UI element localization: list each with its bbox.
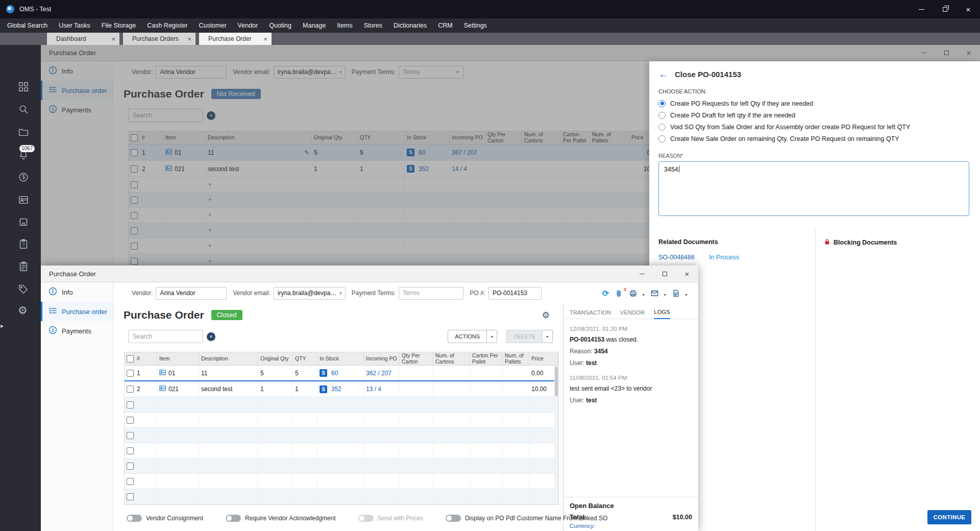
dashboard-icon[interactable]: [18, 81, 30, 93]
in-stock-link[interactable]: 352: [331, 385, 341, 393]
actions-caret[interactable]: ▼: [487, 330, 497, 343]
nav-purchase-order[interactable]: Purchase order: [41, 302, 113, 321]
radio-icon[interactable]: [658, 135, 666, 142]
row-checkbox[interactable]: [127, 447, 134, 454]
delete-button[interactable]: DELETE: [506, 330, 543, 343]
currency-label[interactable]: Currency:: [570, 523, 692, 529]
toggle-icon[interactable]: [446, 515, 461, 522]
menu-user-tasks[interactable]: User Tasks: [53, 22, 96, 29]
menu-settings[interactable]: Settings: [458, 22, 493, 29]
tab-vendor[interactable]: VENDOR: [620, 309, 645, 319]
radio-icon[interactable]: [658, 124, 666, 131]
empty-row[interactable]: [125, 458, 558, 474]
tab-close-icon[interactable]: ×: [260, 35, 267, 43]
col-in-stock[interactable]: In Stock: [317, 352, 364, 365]
sidebar-expand-icon[interactable]: ▸: [1, 322, 4, 329]
empty-row[interactable]: [125, 489, 558, 504]
search-input[interactable]: Search: [128, 330, 203, 343]
toggle-icon[interactable]: [358, 515, 374, 522]
incoming-po-link[interactable]: 362 / 207: [366, 370, 391, 377]
mail-icon[interactable]: [649, 289, 660, 298]
action-option-3[interactable]: Void SO Qty from Sale Order and for Asse…: [649, 121, 980, 133]
po-number-input[interactable]: PO-0014153: [488, 287, 542, 300]
chevron-down-icon[interactable]: ▼: [684, 293, 688, 297]
tab-purchase-orders[interactable]: Purchase Orders ×: [123, 33, 195, 45]
radio-icon[interactable]: [658, 100, 666, 107]
action-option-4[interactable]: Create New Sale Order on remaining Qty. …: [649, 133, 980, 144]
document-icon[interactable]: [670, 289, 682, 298]
reason-textarea[interactable]: 3454: [658, 161, 969, 216]
settings-icon[interactable]: ⚙: [18, 305, 30, 317]
menu-quoting[interactable]: Quoting: [263, 22, 297, 29]
col-incoming-po[interactable]: Incoming PO: [364, 352, 400, 365]
tags-icon[interactable]: [18, 283, 30, 296]
actions-button[interactable]: ACTIONS: [448, 330, 487, 343]
empty-row[interactable]: [125, 413, 558, 428]
close-button[interactable]: ×: [676, 266, 698, 282]
col-description[interactable]: Description: [199, 352, 258, 365]
row-checkbox[interactable]: [127, 493, 134, 500]
chevron-down-icon[interactable]: ▼: [642, 293, 645, 297]
menu-stores[interactable]: Stores: [358, 22, 388, 29]
row-checkbox[interactable]: [127, 478, 134, 485]
chevron-down-icon[interactable]: ▼: [336, 291, 342, 296]
attachment-icon[interactable]: 0: [613, 289, 625, 298]
table-scrollbar[interactable]: [554, 366, 558, 504]
empty-row[interactable]: [125, 443, 558, 458]
row-checkbox[interactable]: [127, 417, 134, 424]
vendor-email-input[interactable]: iryna.braila@devpa…▼: [274, 287, 346, 300]
col-num-of-pallets[interactable]: Num. of Pallets: [503, 352, 529, 365]
col-num-of-cartons[interactable]: Num. of Cartons: [433, 352, 470, 365]
toggle-send-with-prices[interactable]: Send with Prices: [358, 515, 423, 522]
scrollbar-thumb[interactable]: [555, 367, 558, 396]
row-checkbox[interactable]: [127, 370, 134, 377]
toggle-vendor-consignment[interactable]: Vendor Consignment: [127, 515, 203, 522]
menu-crm[interactable]: CRM: [432, 22, 458, 29]
tab-close-icon[interactable]: ×: [184, 35, 191, 43]
menu-vendor[interactable]: Vendor: [232, 22, 264, 29]
menu-global-search[interactable]: Global Search: [0, 22, 53, 29]
select-all-checkbox[interactable]: [127, 355, 134, 363]
menu-dictionaries[interactable]: Dictionaries: [388, 22, 432, 29]
row-checkbox[interactable]: [127, 401, 134, 408]
tab-close-icon[interactable]: ×: [108, 35, 115, 43]
clear-search-icon[interactable]: ×: [207, 332, 215, 341]
vendor-input[interactable]: Arina Vendor: [156, 287, 227, 300]
restore-button[interactable]: [933, 0, 957, 18]
print-icon[interactable]: [627, 289, 639, 298]
tab-dashboard[interactable]: Dashboard ×: [47, 33, 119, 45]
col-num[interactable]: #: [135, 352, 157, 365]
tab-transaction[interactable]: TRANSACTION: [570, 309, 611, 319]
payments-icon[interactable]: $: [18, 172, 30, 184]
table-row[interactable]: 2 021 second test 1 1 S352 13 / 4 10.00: [125, 381, 558, 397]
tab-purchase-order[interactable]: Purchase Order ×: [199, 33, 272, 45]
help-tasks-icon[interactable]: ?: [18, 238, 30, 251]
continue-button[interactable]: CONTINUE: [927, 510, 971, 524]
col-carton-per-pallet[interactable]: Carton Per Pallet: [470, 352, 503, 365]
search-icon[interactable]: [18, 104, 30, 116]
col-price[interactable]: Price: [529, 352, 558, 365]
row-checkbox[interactable]: [127, 432, 134, 439]
menu-cash-register[interactable]: Cash Register: [141, 22, 193, 29]
menu-file-storage[interactable]: File Storage: [96, 22, 141, 29]
empty-row[interactable]: [125, 428, 558, 443]
tasks-icon[interactable]: [18, 261, 30, 273]
maximize-button[interactable]: [653, 266, 676, 282]
refresh-icon[interactable]: ⟳: [601, 288, 610, 298]
menu-customer[interactable]: Customer: [193, 22, 232, 29]
empty-row[interactable]: [125, 397, 558, 413]
in-stock-link[interactable]: 60: [331, 370, 338, 377]
contacts-icon[interactable]: [18, 194, 30, 206]
row-checkbox[interactable]: [127, 463, 134, 470]
col-item[interactable]: Item: [157, 352, 199, 365]
nav-payments[interactable]: $ Payments: [41, 321, 113, 341]
related-doc-link[interactable]: SO-0048486: [658, 254, 695, 261]
row-checkbox[interactable]: [127, 385, 134, 393]
action-option-2[interactable]: Create PO Draft for left qty if the are …: [649, 109, 980, 121]
col-original-qty[interactable]: Original Qty: [258, 352, 293, 365]
col-qty-per-carton[interactable]: Qty Per Carton: [400, 352, 433, 365]
gear-icon[interactable]: ⚙: [542, 310, 550, 321]
nav-info[interactable]: Info: [41, 282, 113, 302]
empty-row[interactable]: [125, 474, 558, 489]
toggle-icon[interactable]: [226, 515, 241, 522]
